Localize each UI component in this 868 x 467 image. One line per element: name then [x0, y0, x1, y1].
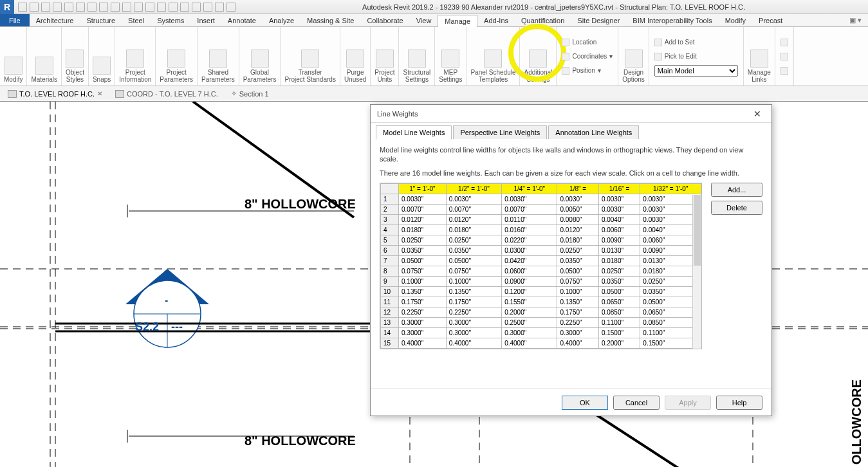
line-weight-cell[interactable]: 0.2000"	[502, 307, 557, 318]
panel-schedule-button[interactable]: Panel Schedule Templates	[466, 27, 520, 86]
line-weight-cell[interactable]: 0.0030"	[399, 194, 447, 205]
line-weight-cell[interactable]: 0.0180"	[446, 225, 501, 235]
tab-steel[interactable]: Steel	[122, 14, 151, 26]
line-weight-cell[interactable]: 0.3000"	[446, 318, 501, 328]
tab-modify[interactable]: Modify	[719, 14, 752, 26]
line-weight-cell[interactable]: 0.3000"	[446, 328, 501, 338]
row-number[interactable]: 15	[381, 338, 399, 349]
line-weight-cell[interactable]: 0.0500"	[598, 287, 640, 297]
additional-settings-button[interactable]: Additional Settings	[520, 27, 557, 86]
ok-button[interactable]: OK	[562, 396, 608, 410]
project-params-button[interactable]: Project Parameters	[156, 27, 198, 86]
line-weight-cell[interactable]: 0.1100"	[598, 318, 640, 328]
qat-icon[interactable]	[76, 3, 85, 12]
snaps-button[interactable]: Snaps	[89, 27, 115, 86]
tab-massing-site[interactable]: Massing & Site	[300, 14, 360, 26]
row-number[interactable]: 13	[381, 318, 399, 328]
line-weight-cell[interactable]: 0.0030"	[502, 194, 557, 205]
line-weight-cell[interactable]: 0.1200"	[502, 287, 557, 297]
line-weight-cell[interactable]: 0.0500"	[446, 256, 501, 266]
qat-icon[interactable]	[192, 3, 201, 12]
small-icon[interactable]	[780, 67, 788, 75]
line-weight-cell[interactable]: 0.0120"	[557, 225, 598, 235]
line-weight-cell[interactable]: 0.0110"	[502, 215, 557, 225]
design-options-button[interactable]: Design Options	[618, 27, 649, 86]
qat-icon[interactable]	[169, 3, 178, 12]
row-number[interactable]: 3	[381, 215, 399, 225]
tab-perspective-line-weights[interactable]: Perspective Line Weights	[453, 125, 547, 139]
line-weight-cell[interactable]: 0.0650"	[598, 297, 640, 307]
line-weight-cell[interactable]: 0.0250"	[399, 235, 447, 246]
line-weight-cell[interactable]: 0.2250"	[557, 318, 598, 328]
delete-button[interactable]: Delete	[711, 201, 762, 215]
qat-icon[interactable]	[18, 3, 27, 12]
line-weight-cell[interactable]: 0.0060"	[598, 225, 640, 235]
qat-icon[interactable]	[111, 3, 120, 12]
row-number[interactable]: 11	[381, 297, 399, 307]
line-weight-cell[interactable]: 0.0750"	[446, 266, 501, 277]
row-number[interactable]: 14	[381, 328, 399, 338]
line-weight-cell[interactable]: 0.1350"	[446, 287, 501, 297]
view-tab-2[interactable]: COORD - T.O. LEVEL 7 H.C.	[110, 89, 223, 99]
line-weight-cell[interactable]: 0.1500"	[598, 328, 640, 338]
line-weight-cell[interactable]: 0.0750"	[557, 277, 598, 287]
line-weight-cell[interactable]: 0.1750"	[399, 297, 447, 307]
line-weight-cell[interactable]: 0.0850"	[598, 307, 640, 318]
line-weight-cell[interactable]: 0.0250"	[557, 246, 598, 256]
line-weight-cell[interactable]: 0.0070"	[399, 205, 447, 215]
line-weight-cell[interactable]: 0.3000"	[502, 328, 557, 338]
tab-annotation-line-weights[interactable]: Annotation Line Weights	[548, 125, 639, 139]
line-weight-cell[interactable]: 0.0350"	[446, 246, 501, 256]
tab-view[interactable]: View	[410, 14, 438, 26]
object-styles-button[interactable]: Object Styles	[62, 27, 89, 86]
mep-settings-button[interactable]: MEP Settings	[435, 27, 466, 86]
qat-icon[interactable]	[215, 3, 224, 12]
line-weight-cell[interactable]: 0.2250"	[446, 307, 501, 318]
tab-structure[interactable]: Structure	[80, 14, 122, 26]
materials-button[interactable]: Materials	[27, 27, 62, 86]
line-weight-cell[interactable]: 0.0030"	[598, 205, 640, 215]
line-weight-cell[interactable]: 0.4000"	[502, 338, 557, 349]
line-weight-cell[interactable]: 0.0300"	[502, 246, 557, 256]
help-button[interactable]: Help	[716, 396, 762, 410]
line-weights-table[interactable]: 1" = 1'-0"1/2" = 1'-0"1/4" = 1'-0"1/8" =…	[380, 183, 701, 349]
main-model-select[interactable]: Main Model	[654, 65, 738, 77]
revit-logo[interactable]: R	[0, 0, 14, 14]
line-weight-cell[interactable]: 0.0180"	[557, 235, 598, 246]
row-number[interactable]: 12	[381, 307, 399, 318]
table-header-scale[interactable]: 1/32" = 1'-0"	[640, 184, 701, 194]
tab-bim-interoperability-tools[interactable]: BIM Interoperability Tools	[626, 14, 718, 26]
line-weight-cell[interactable]: 0.0080"	[557, 215, 598, 225]
line-weight-cell[interactable]: 0.2000"	[598, 338, 640, 349]
row-number[interactable]: 1	[381, 194, 399, 205]
line-weight-cell[interactable]: 0.1750"	[446, 297, 501, 307]
line-weight-cell[interactable]: 0.0130"	[598, 246, 640, 256]
row-number[interactable]: 5	[381, 235, 399, 246]
project-units-button[interactable]: Project Units	[371, 27, 399, 86]
modify-button[interactable]: Modify	[0, 27, 27, 86]
tab-quantification[interactable]: Quantification	[515, 14, 571, 26]
tab-annotate[interactable]: Annotate	[221, 14, 263, 26]
line-weight-cell[interactable]: 0.0250"	[598, 266, 640, 277]
line-weight-cell[interactable]: 0.1350"	[399, 287, 447, 297]
tab-manage[interactable]: Manage	[438, 15, 477, 27]
cancel-button[interactable]: Cancel	[613, 396, 660, 410]
help-icon[interactable]: ▣ ▾	[843, 16, 868, 24]
file-tab[interactable]: File	[0, 14, 30, 26]
line-weight-cell[interactable]: 0.1000"	[446, 277, 501, 287]
line-weight-cell[interactable]: 0.2250"	[399, 307, 447, 318]
line-weight-cell[interactable]: 0.1000"	[399, 277, 447, 287]
line-weight-cell[interactable]: 0.0180"	[399, 225, 447, 235]
line-weight-cell[interactable]: 0.3000"	[557, 328, 598, 338]
tab-architecture[interactable]: Architecture	[30, 14, 80, 26]
qat-icon[interactable]	[203, 3, 212, 12]
row-number[interactable]: 6	[381, 246, 399, 256]
line-weight-cell[interactable]: 0.0500"	[399, 256, 447, 266]
line-weight-cell[interactable]: 0.0040"	[598, 215, 640, 225]
close-icon[interactable]: ✕	[97, 90, 102, 97]
coordinates-button[interactable]: Coordinates ▾	[562, 51, 613, 62]
location-button[interactable]: Location	[562, 37, 596, 48]
line-weight-cell[interactable]: 0.0500"	[557, 266, 598, 277]
row-number[interactable]: 10	[381, 287, 399, 297]
line-weight-cell[interactable]: 0.3000"	[399, 328, 447, 338]
